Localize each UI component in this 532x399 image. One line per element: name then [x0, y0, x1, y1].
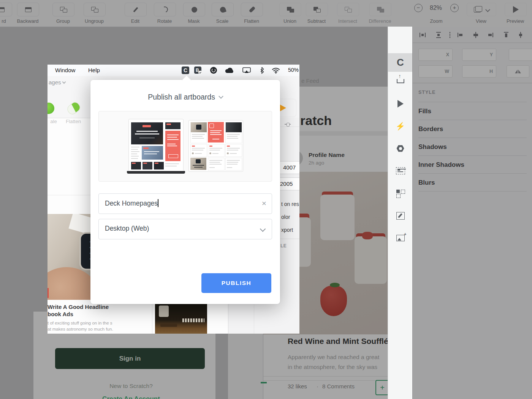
- inspector-y-field[interactable]: 2005: [279, 177, 299, 190]
- profile-name: Profile Name: [309, 152, 345, 158]
- borders-row[interactable]: Borders: [418, 125, 443, 133]
- play-icon: [397, 100, 404, 108]
- craft-home-button[interactable]: C: [388, 53, 413, 72]
- align-top-icon[interactable]: [503, 32, 509, 38]
- artboard-thumbnail-1[interactable]: [128, 119, 184, 173]
- publish-name-input[interactable]: Deck Homepages ×: [98, 193, 272, 214]
- page-dropdown[interactable]: ages: [49, 79, 65, 86]
- x-field[interactable]: X: [418, 49, 453, 61]
- new-to-scratch-text: New to Scratch?: [48, 383, 215, 390]
- difference-icon: [377, 7, 384, 13]
- y-label: Y: [490, 52, 493, 57]
- publish-name-value: Deck Homepages: [105, 200, 158, 207]
- mask-button[interactable]: [183, 3, 205, 16]
- align-left-icon[interactable]: [458, 32, 464, 38]
- text-caret: [158, 199, 158, 207]
- export-row[interactable]: xport: [281, 227, 293, 233]
- space-vertical-icon[interactable]: [447, 32, 453, 38]
- cloud-icon[interactable]: [225, 67, 234, 73]
- bluetooth-icon[interactable]: [259, 66, 264, 74]
- toolbar-item-label: Mask: [178, 18, 210, 24]
- width-field[interactable]: W: [418, 65, 453, 78]
- craft-stock-button[interactable]: [388, 229, 413, 247]
- style-section-label: LE: [280, 243, 287, 249]
- align-middle-icon[interactable]: [518, 32, 524, 38]
- flip-button[interactable]: [507, 65, 529, 78]
- craft-sidebar: C ⚡: [388, 27, 413, 399]
- difference-button[interactable]: [369, 3, 391, 16]
- flatten-button[interactable]: [241, 3, 263, 16]
- distribute-vertical-icon[interactable]: [435, 32, 442, 38]
- battery-percent: 50%: [288, 67, 299, 73]
- flatten-label: Flatten: [62, 119, 85, 124]
- popup-title-dropdown[interactable]: Publish all artboards: [90, 93, 280, 101]
- craft-sync-button[interactable]: ⚡: [388, 117, 413, 135]
- craft-data-button[interactable]: [388, 162, 413, 180]
- clear-input-icon[interactable]: ×: [262, 199, 266, 208]
- target-select[interactable]: Desktop (Web): [98, 219, 272, 239]
- align-center-icon[interactable]: [473, 32, 479, 38]
- intersect-button[interactable]: [337, 3, 359, 16]
- publish-button[interactable]: PUBLISH: [201, 273, 271, 293]
- scale-green-icon[interactable]: [48, 103, 54, 114]
- craft-logo-icon: C: [397, 57, 404, 68]
- craft-duplicate-button[interactable]: [388, 184, 413, 203]
- divider: [413, 43, 532, 43]
- slider-icon: [285, 124, 291, 125]
- publish-popup: Publish all artboards: [90, 80, 280, 304]
- craft-share-button[interactable]: [388, 72, 413, 90]
- target-select-value: Desktop (Web): [105, 225, 149, 233]
- scale-button[interactable]: [212, 3, 234, 16]
- blurs-row[interactable]: Blurs: [418, 179, 435, 187]
- guide-line: [263, 380, 388, 381]
- toolbar-item-label: Difference: [364, 18, 396, 24]
- rotate-button[interactable]: [154, 3, 176, 16]
- craft-library-button[interactable]: [388, 139, 413, 158]
- divider: [418, 173, 527, 174]
- artboard-title: e Feed: [301, 78, 319, 84]
- shadows-row[interactable]: Shadows: [418, 143, 447, 151]
- subtract-button[interactable]: [306, 3, 328, 16]
- post-title: Red Wine and Mint Soufflé: [288, 337, 388, 346]
- forward-button[interactable]: [0, 3, 12, 16]
- subtract-icon: [314, 7, 321, 13]
- craft-freehand-button[interactable]: [388, 206, 413, 225]
- divider: [418, 191, 527, 192]
- color-row[interactable]: olor: [281, 214, 290, 220]
- group-button[interactable]: [52, 3, 74, 16]
- union-button[interactable]: [279, 3, 301, 16]
- backward-button[interactable]: [17, 3, 39, 16]
- view-button[interactable]: [467, 3, 496, 16]
- post-body-line1: Apparently we had reached a great: [288, 354, 379, 361]
- rotation-field[interactable]: [509, 49, 532, 61]
- zoom-out-button[interactable]: −: [414, 4, 423, 12]
- distribute-horizontal-icon[interactable]: [420, 32, 426, 38]
- menu-bar: Window Help C B 50%: [48, 65, 299, 76]
- zoom-in-button[interactable]: +: [450, 4, 459, 12]
- svg-text:C: C: [184, 67, 187, 73]
- feed-heading: ratch: [300, 113, 332, 128]
- height-field[interactable]: H: [462, 65, 496, 78]
- craft-menubar-icon[interactable]: C: [182, 66, 189, 74]
- airplay-icon[interactable]: [242, 67, 251, 73]
- ungroup-button[interactable]: [84, 3, 106, 16]
- edit-button[interactable]: [125, 3, 147, 16]
- align-right-icon[interactable]: [487, 32, 493, 38]
- behance-menubar-icon[interactable]: B: [194, 66, 203, 75]
- creative-cloud-icon[interactable]: [210, 66, 217, 74]
- plus-icon: +: [453, 4, 456, 11]
- fills-row[interactable]: Fills: [418, 108, 431, 115]
- menu-window[interactable]: Window: [55, 67, 75, 73]
- craft-prototype-button[interactable]: [388, 94, 413, 113]
- inspector-x-field[interactable]: 4007: [279, 161, 299, 174]
- artboard-thumbnail-2[interactable]: [188, 120, 243, 172]
- resize-row[interactable]: t on res: [281, 201, 299, 207]
- y-field[interactable]: Y: [462, 49, 496, 61]
- flatten-green-icon[interactable]: [66, 100, 82, 116]
- hexagon-icon: [397, 145, 404, 152]
- preview-button[interactable]: [505, 3, 527, 16]
- add-post-button: +: [375, 380, 389, 395]
- inner-shadows-row[interactable]: Inner Shadows: [418, 161, 464, 169]
- wifi-icon[interactable]: [271, 67, 280, 74]
- menu-help[interactable]: Help: [88, 67, 100, 73]
